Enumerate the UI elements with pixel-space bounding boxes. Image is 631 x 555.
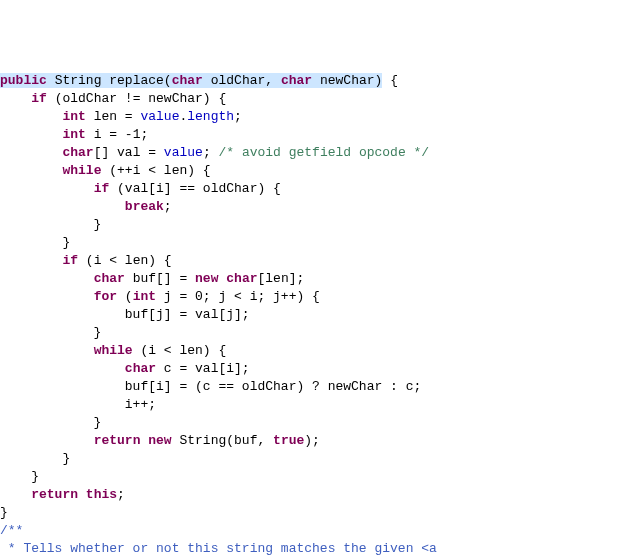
code-token: char <box>94 271 125 286</box>
code-token: char <box>62 145 93 160</box>
code-token: } <box>0 217 101 232</box>
code-token: if <box>62 253 78 268</box>
code-line: } <box>0 468 631 486</box>
code-token: new <box>148 433 171 448</box>
code-token <box>0 127 62 142</box>
code-token: } <box>0 505 8 520</box>
code-token: ( <box>164 73 172 88</box>
code-token: String(buf, <box>172 433 273 448</box>
code-token: char <box>172 73 203 88</box>
code-token: (i < len) { <box>133 343 227 358</box>
code-line: return new String(buf, true); <box>0 432 631 450</box>
code-token: } <box>0 451 70 466</box>
code-line: while (++i < len) { <box>0 162 631 180</box>
code-token: length <box>187 109 234 124</box>
code-line: int i = -1; <box>0 126 631 144</box>
code-token <box>0 91 31 106</box>
code-token: (i < len) { <box>78 253 172 268</box>
code-token <box>47 73 55 88</box>
code-token: ); <box>304 433 320 448</box>
code-token: (++i < len) { <box>101 163 210 178</box>
code-token: len = <box>86 109 141 124</box>
code-token <box>0 163 62 178</box>
code-token: int <box>133 289 156 304</box>
code-token <box>0 361 125 376</box>
code-token: oldChar <box>203 73 265 88</box>
code-token: (oldChar != newChar) { <box>47 91 226 106</box>
code-line: return this; <box>0 486 631 504</box>
code-token <box>0 199 125 214</box>
code-line: int len = value.length; <box>0 108 631 126</box>
code-token: } <box>0 325 101 340</box>
code-token: , <box>265 73 273 88</box>
code-line: } <box>0 324 631 342</box>
code-token: value <box>140 109 179 124</box>
code-token: ; <box>117 487 125 502</box>
code-token: char <box>281 73 312 88</box>
code-token: int <box>62 109 85 124</box>
code-token: String <box>55 73 102 88</box>
code-token: buf[j] = val[j]; <box>0 307 250 322</box>
code-token: [len]; <box>258 271 305 286</box>
code-line: buf[i] = (c == oldChar) ? newChar : c; <box>0 378 631 396</box>
code-line: if (val[i] == oldChar) { <box>0 180 631 198</box>
code-token: for <box>94 289 117 304</box>
code-line: char buf[] = new char[len]; <box>0 270 631 288</box>
code-token: replace <box>109 73 164 88</box>
code-line: while (i < len) { <box>0 342 631 360</box>
code-token: { <box>382 73 398 88</box>
code-token: } <box>0 235 70 250</box>
code-token: } <box>0 469 39 484</box>
code-token: new <box>195 271 218 286</box>
code-token <box>0 289 94 304</box>
code-block: public String replace(char oldChar, char… <box>0 72 631 555</box>
code-token: return <box>31 487 78 502</box>
code-token: char <box>125 361 156 376</box>
code-token: /** <box>0 523 23 538</box>
code-token: buf[] = <box>125 271 195 286</box>
code-token: if <box>94 181 110 196</box>
code-line: } <box>0 414 631 432</box>
code-token: (val[i] == oldChar) { <box>109 181 281 196</box>
code-line: i++; <box>0 396 631 414</box>
code-line: break; <box>0 198 631 216</box>
code-token: i = -1; <box>86 127 148 142</box>
code-token: ; <box>203 145 219 160</box>
code-token <box>0 433 94 448</box>
code-token: char <box>226 271 257 286</box>
code-line: } <box>0 216 631 234</box>
code-token <box>273 73 281 88</box>
code-token <box>0 343 94 358</box>
code-line: buf[j] = val[j]; <box>0 306 631 324</box>
code-token: * Tells whether or not this string match… <box>0 541 437 555</box>
code-line: public String replace(char oldChar, char… <box>0 72 631 90</box>
code-line: /** <box>0 522 631 540</box>
code-token <box>0 109 62 124</box>
code-token: newChar <box>312 73 374 88</box>
code-line: char c = val[i]; <box>0 360 631 378</box>
code-token: true <box>273 433 304 448</box>
code-line: } <box>0 234 631 252</box>
code-token: /* avoid getfield opcode */ <box>218 145 429 160</box>
code-token: return <box>94 433 141 448</box>
code-token <box>0 487 31 502</box>
code-token: while <box>94 343 133 358</box>
code-token: this <box>86 487 117 502</box>
code-token: ; <box>234 109 242 124</box>
code-token: int <box>62 127 85 142</box>
code-token: while <box>62 163 101 178</box>
code-line: for (int j = 0; j < i; j++) { <box>0 288 631 306</box>
code-token <box>0 271 94 286</box>
code-token: buf[i] = (c == oldChar) ? newChar : c; <box>0 379 421 394</box>
code-token <box>0 253 62 268</box>
code-line: * Tells whether or not this string match… <box>0 540 631 555</box>
code-token <box>0 145 62 160</box>
code-token: i++; <box>0 397 156 412</box>
code-line: } <box>0 450 631 468</box>
code-token <box>0 181 94 196</box>
code-token: value <box>164 145 203 160</box>
code-token: ( <box>117 289 133 304</box>
code-token: } <box>0 415 101 430</box>
code-token: break <box>125 199 164 214</box>
code-token: if <box>31 91 47 106</box>
